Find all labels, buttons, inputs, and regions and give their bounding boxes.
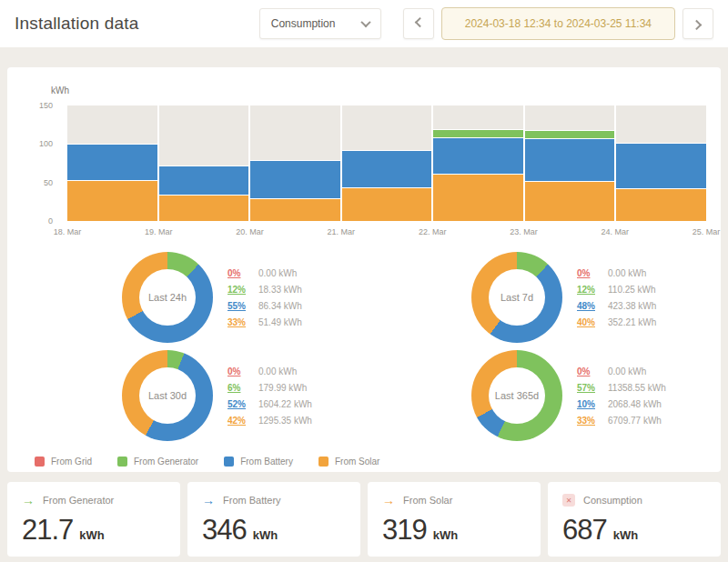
bar-segment-generator — [525, 130, 615, 138]
prev-period-button[interactable] — [403, 8, 434, 39]
donut-stat-row: 12%18.33 kWh — [228, 285, 302, 295]
donut-stat-percent-solar[interactable]: 33% — [577, 416, 601, 426]
x-tick-label: 24. Mar — [601, 227, 629, 236]
donut-stat-row: 33%51.49 kWh — [228, 317, 302, 327]
bar-segment-solar — [159, 195, 249, 221]
card-label: From Generator — [43, 495, 114, 506]
page-title: Installation data — [15, 14, 139, 34]
metric-dropdown[interactable]: Consumption — [259, 8, 381, 39]
bar-segment-solar — [433, 174, 523, 221]
y-tick-label: 100 — [39, 139, 53, 148]
legend-swatch-icon — [318, 457, 329, 467]
donut-stat-percent-battery[interactable]: 52% — [228, 399, 251, 409]
y-tick-label: 150 — [39, 101, 53, 110]
donut-stat-value: 0.00 kWh — [258, 268, 297, 278]
donut-stats: 0%0.00 kWh12%18.33 kWh55%86.34 kWh33%51.… — [228, 268, 302, 327]
donut-last-30d: Last 30d0%0.00 kWh6%179.99 kWh52%1604.22… — [15, 349, 364, 442]
donut-stat-row: 42%1295.35 kWh — [228, 416, 312, 426]
bar-segment-solar — [67, 180, 157, 221]
donut-stat-value: 18.33 kWh — [258, 285, 302, 295]
donut-ring: Last 30d — [122, 350, 213, 441]
legend-item-grid: From Grid — [35, 457, 92, 467]
donut-last-24h: Last 24h0%0.00 kWh12%18.33 kWh55%86.34 k… — [15, 251, 364, 344]
next-period-button[interactable] — [682, 8, 713, 39]
summary-card-from-generator: →From Generator21.7kWh — [7, 482, 180, 557]
stacked-bar — [431, 105, 523, 221]
x-tick-label: 25. Mar — [693, 227, 721, 236]
donut-stat-value: 179.99 kWh — [258, 383, 307, 393]
donut-stat-percent-battery[interactable]: 55% — [228, 301, 251, 311]
donut-ring: Last 7d — [471, 252, 562, 343]
legend-swatch-icon — [35, 457, 45, 467]
donut-center-label: Last 365d — [489, 367, 545, 424]
consumption-icon: ✕ — [562, 494, 575, 507]
legend-label: From Solar — [335, 457, 379, 467]
bar-segment-generator — [433, 129, 523, 136]
y-axis-unit-label: kWh — [51, 85, 69, 95]
donut-stat-percent-solar[interactable]: 42% — [228, 416, 251, 426]
card-value-unit: kWh — [433, 528, 458, 542]
legend-label: From Generator — [134, 457, 198, 467]
summary-cards: →From Generator21.7kWh→From Battery346kW… — [7, 482, 721, 557]
legend-swatch-icon — [117, 457, 127, 467]
bar-segment-solar — [616, 188, 706, 221]
arrow-right-icon: → — [22, 494, 35, 507]
bar-segment-battery — [525, 138, 615, 181]
donut-stat-value: 352.21 kWh — [608, 317, 656, 327]
y-axis: 150100500 — [15, 105, 62, 221]
donut-grid: Last 24h0%0.00 kWh12%18.33 kWh55%86.34 k… — [15, 251, 713, 442]
card-value: 319kWh — [382, 514, 526, 547]
legend-item-generator: From Generator — [117, 457, 198, 467]
donut-stat-percent-grid[interactable]: 0% — [228, 268, 251, 278]
card-header: →From Generator — [22, 494, 166, 507]
donut-stat-percent-generator[interactable]: 57% — [577, 383, 601, 393]
donut-stats: 0%0.00 kWh57%11358.55 kWh10%2068.48 kWh3… — [577, 366, 666, 426]
donut-stat-row: 6%179.99 kWh — [228, 383, 312, 393]
donut-stat-row: 55%86.34 kWh — [228, 301, 302, 311]
donut-stat-percent-battery[interactable]: 10% — [577, 399, 601, 409]
summary-card-from-solar: →From Solar319kWh — [368, 482, 541, 557]
chart-legend: From GridFrom GeneratorFrom BatteryFrom … — [35, 457, 713, 467]
donut-stat-percent-generator[interactable]: 12% — [228, 285, 251, 295]
x-tick-label: 21. Mar — [328, 227, 356, 236]
donut-stat-percent-solar[interactable]: 33% — [228, 317, 251, 327]
donut-stat-percent-battery[interactable]: 48% — [577, 301, 601, 311]
bar-segment-solar — [525, 181, 615, 221]
donut-stat-percent-generator[interactable]: 6% — [228, 383, 251, 393]
x-tick-label: 19. Mar — [145, 227, 173, 236]
bar-segment-battery — [159, 166, 249, 195]
donut-stat-percent-generator[interactable]: 12% — [577, 285, 601, 295]
card-value-number: 319 — [382, 514, 427, 547]
donut-stat-percent-grid[interactable]: 0% — [577, 268, 601, 278]
date-range-button[interactable]: 2024-03-18 12:34 to 2024-03-25 11:34 — [441, 7, 675, 40]
x-tick-label: 18. Mar — [54, 227, 82, 236]
bar-plot — [67, 105, 706, 221]
donut-stat-row: 0%0.00 kWh — [228, 268, 302, 278]
donut-last-365d: Last 365d0%0.00 kWh57%11358.55 kWh10%206… — [364, 349, 713, 442]
summary-card-consumption: ✕Consumption687kWh — [548, 482, 721, 557]
donut-stat-value: 423.38 kWh — [608, 301, 656, 311]
card-value-number: 346 — [202, 514, 247, 547]
chevron-left-icon — [414, 17, 424, 27]
donut-stat-percent-grid[interactable]: 0% — [228, 366, 251, 376]
donut-stat-percent-solar[interactable]: 40% — [577, 317, 601, 327]
page: { "header": { "title": "Installation dat… — [0, 0, 728, 562]
card-value: 21.7kWh — [22, 514, 166, 547]
donut-stat-row: 48%423.38 kWh — [577, 301, 656, 311]
donut-stat-value: 86.34 kWh — [258, 301, 302, 311]
donut-stat-row: 0%0.00 kWh — [228, 366, 312, 376]
donut-stat-row: 0%0.00 kWh — [577, 268, 656, 278]
stacked-bar — [67, 105, 157, 221]
chevron-right-icon — [692, 20, 702, 30]
x-axis: 18. Mar19. Mar20. Mar21. Mar22. Mar23. M… — [67, 227, 706, 240]
bar-segment-battery — [67, 144, 157, 180]
donut-stat-percent-grid[interactable]: 0% — [577, 366, 601, 376]
summary-card-from-battery: →From Battery346kWh — [187, 482, 360, 557]
card-value: 346kWh — [202, 514, 346, 547]
bar-segment-solar — [342, 187, 432, 221]
bar-segment-battery — [250, 160, 340, 197]
card-label: From Battery — [223, 495, 281, 506]
donut-stat-value: 51.49 kWh — [258, 317, 302, 327]
donut-stat-value: 6709.77 kWh — [608, 416, 662, 426]
metric-dropdown-value: Consumption — [271, 17, 336, 30]
